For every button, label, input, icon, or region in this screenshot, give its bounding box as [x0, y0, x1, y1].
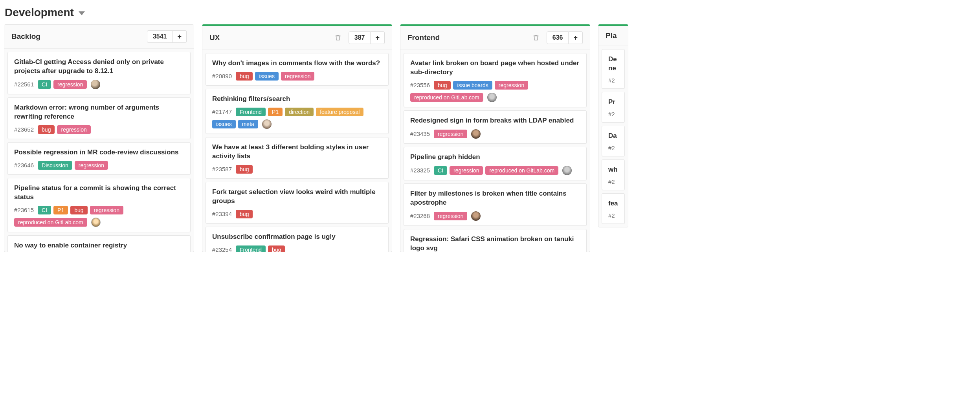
board-title-row[interactable]: Development — [4, 4, 976, 24]
card-title: wh — [608, 165, 618, 174]
trash-icon[interactable] — [532, 34, 540, 41]
issue-card[interactable]: Fork target selection view looks weird w… — [206, 182, 389, 223]
issue-id: #2 — [608, 178, 615, 185]
trash-icon[interactable] — [334, 34, 341, 41]
card-title: Markdown error: wrong number of argument… — [14, 103, 184, 121]
issue-label[interactable]: direction — [285, 108, 314, 116]
assignee-avatar[interactable] — [262, 119, 272, 129]
list-title: Pla — [606, 31, 621, 40]
issue-card[interactable]: Unsubscribe confirmation page is ugly#23… — [206, 227, 389, 252]
issue-id: #2 — [608, 111, 615, 117]
issue-card[interactable]: Rethinking filters/search#21747FrontendP… — [206, 89, 389, 134]
list-title: Frontend — [407, 33, 532, 42]
assignee-avatar[interactable] — [91, 80, 100, 89]
issue-label[interactable]: issues — [212, 120, 236, 128]
issue-card[interactable]: wh#2 — [602, 159, 625, 190]
card-footer: #23556bugissue boardsregressionreproduce… — [410, 81, 580, 102]
issue-card[interactable]: Da#2 — [602, 126, 625, 156]
issue-label[interactable]: bug — [268, 245, 285, 252]
issue-label[interactable]: regression — [434, 130, 467, 138]
list-body: Why don't images in comments flow with t… — [202, 50, 392, 252]
issue-label[interactable]: bug — [38, 125, 55, 134]
issue-card[interactable]: Pipeline graph hidden#23325CIregressionr… — [404, 147, 587, 180]
issue-card[interactable]: Redesigned sign in form breaks with LDAP… — [404, 110, 587, 144]
issue-label[interactable]: bug — [236, 210, 253, 218]
issue-label[interactable]: P1 — [268, 108, 283, 116]
card-footer: #21747FrontendP1directionfeature proposa… — [212, 108, 382, 129]
issue-label[interactable]: reproduced on GitLab.com — [410, 93, 483, 102]
list-column: UX387+Why don't images in comments flow … — [202, 24, 392, 252]
card-footer: #23652bugregression — [14, 125, 184, 134]
list-header: Pla — [598, 26, 628, 46]
add-card-button[interactable]: + — [173, 30, 187, 43]
assignee-avatar[interactable] — [471, 129, 481, 139]
issue-card[interactable]: fea#2 — [602, 193, 625, 224]
issue-label[interactable]: Discussion — [38, 161, 72, 170]
assignee-avatar[interactable] — [471, 211, 481, 221]
card-title: Pipeline status for a commit is showing … — [14, 184, 184, 202]
list-column: PlaDe ne#2Pr#2Da#2wh#2fea#2 — [598, 24, 628, 227]
card-title: Unsubscribe confirmation page is ugly — [212, 233, 382, 242]
card-title: No way to enable container registry — [14, 241, 184, 250]
add-card-button[interactable]: + — [371, 31, 385, 44]
assignee-avatar[interactable] — [562, 166, 572, 175]
issue-card[interactable]: Avatar link broken on board page when ho… — [404, 53, 587, 107]
add-card-button[interactable]: + — [569, 31, 583, 44]
issue-label[interactable]: meta — [238, 120, 258, 128]
issue-card[interactable]: No way to enable container registry#2357… — [7, 235, 191, 252]
assignee-avatar[interactable] — [91, 218, 101, 227]
issue-card[interactable]: Filter by milestones is broken when titl… — [404, 183, 587, 226]
caret-down-icon[interactable] — [79, 11, 85, 15]
issue-card[interactable]: We have at least 3 different bolding sty… — [206, 137, 389, 179]
issue-id: #23254 — [212, 246, 232, 252]
list-title: Backlog — [11, 32, 147, 41]
list-column: Frontend636+Avatar link broken on board … — [400, 24, 590, 252]
issue-label[interactable]: bug — [236, 165, 253, 174]
issue-card[interactable]: Pr#2 — [602, 92, 625, 123]
issue-label[interactable]: CI — [434, 166, 447, 175]
card-footer: #23587bug — [212, 165, 382, 174]
card-footer: #2 — [608, 111, 618, 117]
issue-label[interactable]: Frontend — [236, 108, 266, 116]
issue-label[interactable]: bug — [236, 72, 253, 81]
issue-card[interactable]: Markdown error: wrong number of argument… — [7, 97, 191, 139]
issue-label[interactable]: regression — [450, 166, 483, 175]
issue-label[interactable]: reproduced on GitLab.com — [485, 166, 558, 175]
issue-label[interactable]: regression — [434, 212, 467, 220]
card-title: Filter by milestones is broken when titl… — [410, 189, 580, 207]
issue-label[interactable]: regression — [75, 161, 108, 170]
issue-id: #23615 — [14, 207, 34, 213]
issue-label[interactable]: issues — [255, 72, 279, 81]
issue-label[interactable]: reproduced on GitLab.com — [14, 218, 87, 227]
list-count: 387 — [349, 31, 371, 44]
card-footer: #23615CIP1bugregressionreproduced on Git… — [14, 206, 184, 227]
issue-label[interactable]: regression — [90, 206, 123, 214]
issue-label[interactable]: regression — [53, 80, 87, 89]
card-title: Fork target selection view looks weird w… — [212, 188, 382, 206]
issue-label[interactable]: P1 — [53, 206, 68, 214]
list-header: UX387+ — [202, 26, 392, 50]
issue-card[interactable]: Why don't images in comments flow with t… — [206, 53, 389, 86]
card-title: fea — [608, 199, 618, 208]
assignee-avatar[interactable] — [487, 93, 497, 102]
issue-label[interactable]: bug — [434, 81, 451, 90]
card-title: Redesigned sign in form breaks with LDAP… — [410, 116, 580, 125]
issue-label[interactable]: regression — [495, 81, 528, 90]
issue-label[interactable]: issue boards — [453, 81, 492, 90]
issue-card[interactable]: Possible regression in MR code-review di… — [7, 142, 191, 175]
issue-label[interactable]: regression — [57, 125, 90, 134]
issue-label[interactable]: regression — [281, 72, 314, 81]
card-title: Regression: Safari CSS animation broken … — [410, 235, 580, 252]
issue-label[interactable]: Frontend — [236, 245, 266, 252]
issue-card[interactable]: Regression: Safari CSS animation broken … — [404, 229, 587, 252]
issue-label[interactable]: bug — [70, 206, 87, 214]
card-title: Possible regression in MR code-review di… — [14, 148, 184, 157]
card-footer: #23325CIregressionreproduced on GitLab.c… — [410, 166, 580, 175]
issue-card[interactable]: De ne#2 — [602, 49, 625, 89]
issue-label[interactable]: CI — [38, 206, 51, 214]
issue-label[interactable]: CI — [38, 80, 51, 89]
issue-label[interactable]: feature proposal — [316, 108, 363, 116]
card-footer: #23254Frontendbug — [212, 245, 382, 252]
issue-card[interactable]: Pipeline status for a commit is showing … — [7, 178, 191, 232]
issue-card[interactable]: Gitlab-CI getting Access denied only on … — [7, 52, 191, 94]
